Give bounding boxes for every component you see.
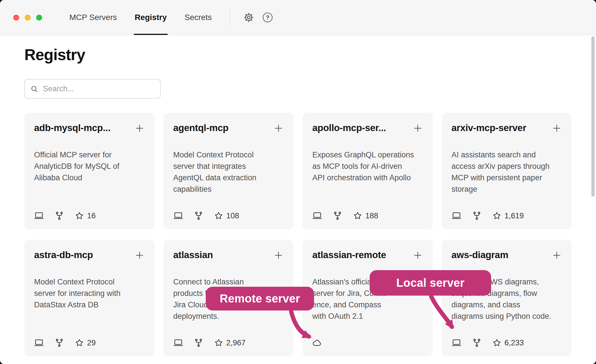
card-footer (312, 338, 322, 348)
github-fork-icon[interactable] (194, 211, 203, 221)
star-count: 188 (365, 211, 378, 220)
star-icon (492, 211, 501, 220)
plus-icon (552, 250, 562, 260)
search-icon (30, 85, 39, 93)
card-footer: 2,967 (173, 338, 246, 348)
server-card-apollo-mcp-server: apollo-mcp-ser... Exposes GraphQL operat… (303, 113, 433, 229)
card-header: apollo-mcp-ser... (312, 122, 423, 134)
server-card-astra-db-mcp: astra-db-mcp Model Context Protocol serv… (24, 240, 154, 356)
laptop-icon (452, 338, 461, 348)
star-count: 6,233 (505, 339, 524, 347)
card-header: aws-diagram (452, 250, 562, 261)
star-count: 108 (226, 211, 239, 220)
github-fork-icon[interactable] (472, 338, 482, 348)
help-icon: ? (263, 13, 272, 22)
add-server-button[interactable] (273, 250, 284, 261)
card-footer: 188 (312, 211, 378, 221)
star-icon (353, 211, 362, 220)
server-card-adb-mysql-mcp: adb-mysql-mcp... Official MCP server for… (24, 113, 154, 229)
star-count: 16 (87, 211, 96, 220)
help-button[interactable]: ? (263, 13, 272, 22)
server-name: arxiv-mcp-server (452, 122, 526, 133)
star-icon (214, 211, 223, 220)
github-fork-icon[interactable] (333, 211, 342, 221)
window-titlebar: MCP Servers Registry Secrets ? (0, 0, 596, 35)
star-count: 29 (87, 339, 96, 347)
star-icon (492, 338, 501, 347)
server-description: AI assistants search and access arXiv pa… (452, 149, 562, 195)
card-header: arxiv-mcp-server (452, 122, 562, 134)
card-footer: 6,233 (452, 338, 524, 348)
server-name: atlassian-remote (312, 250, 386, 260)
topbar-divider (230, 9, 230, 26)
search-input[interactable] (43, 84, 155, 93)
add-server-button[interactable] (413, 123, 423, 134)
add-server-button[interactable] (134, 123, 145, 134)
card-footer: 1,619 (452, 211, 524, 221)
server-name: agentql-mcp (173, 122, 229, 133)
server-description: Model Context Protocol server for intera… (34, 276, 145, 310)
settings-button[interactable] (243, 12, 254, 23)
plus-icon (134, 123, 145, 133)
star-count-badge: 29 (75, 338, 96, 347)
main-nav: MCP Servers Registry Secrets (68, 0, 213, 35)
star-count-badge: 16 (75, 211, 96, 220)
star-count: 2,967 (226, 339, 246, 347)
scrollbar-thumb[interactable] (591, 36, 595, 197)
star-count-badge: 188 (353, 211, 378, 220)
laptop-icon (173, 338, 183, 348)
tab-registry[interactable]: Registry (134, 0, 168, 35)
add-server-button[interactable] (134, 250, 145, 261)
card-header: adb-mysql-mcp... (34, 122, 145, 134)
server-card-aws-diagram: aws-diagram Generate AWS diagrams, seque… (442, 240, 572, 356)
laptop-icon (34, 211, 44, 221)
server-description: Model Context Protocol server that integ… (173, 149, 284, 195)
star-count-badge: 2,967 (214, 338, 246, 347)
plus-icon (552, 123, 562, 133)
plus-icon (134, 250, 145, 260)
window-controls (13, 0, 42, 35)
laptop-icon (173, 211, 183, 221)
card-header: atlassian-remote (312, 250, 423, 261)
github-fork-icon[interactable] (54, 338, 64, 348)
plus-icon (273, 123, 284, 133)
annotation-local-server: Local server (370, 270, 491, 296)
star-icon (75, 211, 84, 220)
server-name: aws-diagram (452, 250, 508, 260)
server-name: apollo-mcp-ser... (312, 122, 386, 133)
star-icon (214, 338, 223, 347)
cloud-icon (312, 338, 322, 348)
github-fork-icon[interactable] (194, 338, 203, 348)
gear-icon (243, 12, 254, 23)
tab-mcp-servers[interactable]: MCP Servers (68, 0, 118, 35)
card-header: agentql-mcp (173, 122, 284, 134)
minimize-window-button[interactable] (25, 15, 31, 21)
laptop-icon (34, 338, 44, 348)
add-server-button[interactable] (273, 123, 284, 134)
tab-secrets[interactable]: Secrets (184, 0, 213, 35)
laptop-icon (312, 211, 322, 221)
add-server-button[interactable] (552, 123, 562, 134)
add-server-button[interactable] (413, 250, 423, 261)
laptop-icon (452, 211, 461, 221)
plus-icon (273, 250, 284, 260)
card-footer: 29 (34, 338, 96, 348)
app-window: MCP Servers Registry Secrets ? Registry … (0, 0, 596, 364)
server-name: adb-mysql-mcp... (34, 122, 111, 133)
search-box[interactable] (24, 79, 161, 99)
plus-icon (413, 250, 423, 260)
card-footer: 108 (173, 211, 239, 221)
zoom-window-button[interactable] (36, 15, 42, 21)
server-card-atlassian-remote: atlassian-remote Atlassian's official MC… (303, 240, 433, 356)
server-card-grid: adb-mysql-mcp... Official MCP server for… (24, 113, 572, 356)
github-fork-icon[interactable] (54, 211, 64, 221)
page-title: Registry (24, 46, 572, 64)
add-server-button[interactable] (552, 250, 562, 261)
annotation-remote-server: Remote server (206, 287, 314, 310)
star-icon (75, 338, 84, 347)
github-fork-icon[interactable] (472, 211, 482, 221)
card-header: atlassian (173, 250, 284, 261)
close-window-button[interactable] (13, 15, 19, 21)
card-header: astra-db-mcp (34, 250, 145, 261)
server-card-agentql-mcp: agentql-mcp Model Context Protocol serve… (164, 113, 294, 229)
